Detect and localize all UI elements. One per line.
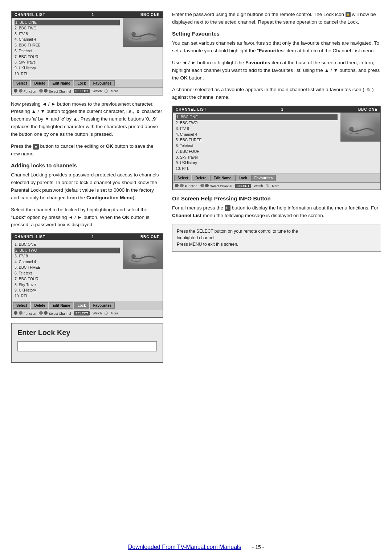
info-line-3: Press MENU to exit this screen. [177,241,376,248]
circle-blue-3 [205,184,209,187]
list-item: 9. UKHistory [15,65,120,71]
edit-name-button-3[interactable]: Edit Name [210,175,234,181]
section-title-help: On Screen Help Pressing INFO Button [172,195,381,201]
channel-box-3-toolbar: Select Delete Edit Name Lock Favourites [173,174,380,182]
info-line-1: Press the SELECT button on your remote c… [177,228,376,235]
favourites-button-1[interactable]: Favourites [90,80,115,86]
footer-watch-2: Watch [93,311,102,315]
info-help-box: Press the SELECT button on your remote c… [172,224,381,252]
channel-name-3: BBC ONE [358,107,377,111]
lock-key-box: Enter Lock Key [11,323,163,363]
list-item: 3. ITV 8 [15,253,120,259]
lock-button-1[interactable]: Lock [74,80,89,86]
info-icon: i+ [225,205,230,211]
delete-button-2[interactable]: Delete [31,302,48,309]
footer-watch: Watch [93,89,102,93]
list-item: 2. BBC TWO [15,25,120,31]
footer-watch-3: Watch [254,184,263,188]
list-item: 6. Teletext [176,143,338,149]
channel-list-1: 1. BBC ONE 2. BBC TWO 3. ITV 8 4. Channe… [12,18,123,79]
list-item: 3. ITV 8 [176,126,338,132]
channel-box-1-body: 1. BBC ONE 2. BBC TWO 3. ITV 8 4. Channe… [12,18,163,79]
channel-name-1: BBC ONE [140,13,160,17]
footer-more-icon: ⓘ [105,89,108,94]
page-footer: Downloaded From TV-Manual.com Manuals - … [0,544,392,550]
info-line-2: highlighted channel. [177,235,376,241]
para-enter-password: Enter the password using the digit butto… [172,11,381,26]
left-column: CHANNEL LIST 1 BBC ONE 1. BBC ONE 2. BBC… [11,11,163,363]
para-help: For all menus press the i+ button to dis… [172,204,381,220]
lock-icon: 🔒 [346,12,351,17]
select-button-1[interactable]: Select [13,80,30,86]
circle-red [14,89,17,93]
select-button-3[interactable]: Select [174,175,191,181]
footer-circles-3: Function [14,311,36,315]
list-item: 8. Sky Travel [15,282,120,288]
swimmer-icon [124,28,161,44]
channel-box-3-body: 1. BBC ONE 2. BBC TWO 3. ITV 8 4. Channe… [173,113,380,174]
list-item: 10. RTL [15,293,120,299]
list-item: 7. BBC FOUR [15,54,120,60]
favourites-button-2[interactable]: Favourites [90,302,115,309]
swimmer-icon-2 [124,250,161,266]
channel-thumbnail-3 [340,113,380,142]
list-item: 10. RTL [176,166,338,172]
circle-blue [44,89,48,93]
menu-icon: ■ [33,144,39,150]
footer-more-icon-2: ⓘ [105,311,108,316]
section-title-favourites: Setting Favourites [172,30,381,37]
page-content: CHANNEL LIST 1 BBC ONE 1. BBC ONE 2. BBC… [0,0,392,381]
channel-box-1-toolbar: Select Delete Edit Name Lock Favourites [12,79,163,87]
circle-red-3 [175,184,179,187]
list-item: 5. BBC THREE [176,137,338,143]
lock-key-input[interactable] [17,341,157,351]
delete-button-3[interactable]: Delete [192,175,209,181]
channel-number-3: 1 [281,107,284,111]
channel-thumbnail-2 [123,240,163,269]
edit-name-button-1[interactable]: Edit Name [49,80,73,86]
list-item: 5. BBC THREE [15,265,120,270]
select-button-2[interactable]: Select [13,302,30,309]
select-badge-2: SELECT [74,311,90,315]
channel-box-3-header: CHANNEL LIST 1 BBC ONE [173,106,380,113]
channel-box-2-toolbar: Select Delete Edit Name Lock Favourites [12,301,163,310]
list-item: 6. Teletext [15,48,120,54]
circle-blue-2 [44,311,48,315]
channel-number-1: 1 [92,13,94,17]
list-item: 8. Sky Travel [15,60,120,65]
channel-number-2: 1 [92,235,94,239]
lock-button-2[interactable]: Lock [74,302,89,309]
footer-more-3: More [272,184,279,188]
channel-list-3: 1. BBC ONE 2. BBC TWO 3. ITV 8 4. Channe… [173,113,340,174]
list-item: 7. BBC FOUR [176,149,338,155]
edit-name-button-2[interactable]: Edit Name [49,302,73,309]
list-item: 2. BBC TWO [15,248,120,253]
para-locks-2: Select the channel to be locked by highl… [11,206,163,229]
footer-circles-2: Select Channel [39,89,71,93]
footer-more: More [111,89,118,93]
channel-box-3-footer: Function Select Channel SELECT Watch ⓘ M… [173,182,380,190]
favourites-button-3[interactable]: Favourites [251,175,276,181]
delete-button-1[interactable]: Delete [31,80,48,86]
para-favourites-3: A channel selected as a favourite appear… [172,86,381,101]
list-item: 9. UKHistory [176,160,338,166]
circle-yellow-2 [39,311,43,315]
list-item: 2. BBC TWO [176,120,338,126]
footer-more-2: More [111,311,118,315]
list-item: 3. ITV 8 [15,31,120,37]
para-favourites-2: Use ◄ / ► button to highlight the Favour… [172,59,381,82]
swimmer-icon-3 [342,122,379,139]
channel-box-3: CHANNEL LIST 1 BBC ONE 1. BBC ONE 2. BBC… [172,106,381,190]
channel-box-1-header: CHANNEL LIST 1 BBC ONE [12,12,163,18]
channel-box-2-footer: Function Select Channel SELECT Watch ⓘ M… [12,310,163,317]
lock-button-3[interactable]: Lock [235,175,250,181]
select-badge-1: SELECT [74,89,90,93]
para-locks-1: Channel Locking provides a password-prot… [11,171,163,202]
footer-circles-6: Select Channel [200,184,232,188]
footer-download-link[interactable]: Downloaded From TV-Manual.com Manuals [128,544,241,550]
circle-green-3 [180,184,184,187]
circle-yellow [39,89,43,93]
list-item: 1. BBC ONE [15,242,120,248]
lock-key-title: Enter Lock Key [17,329,157,337]
channel-thumbnail-1 [123,18,163,47]
